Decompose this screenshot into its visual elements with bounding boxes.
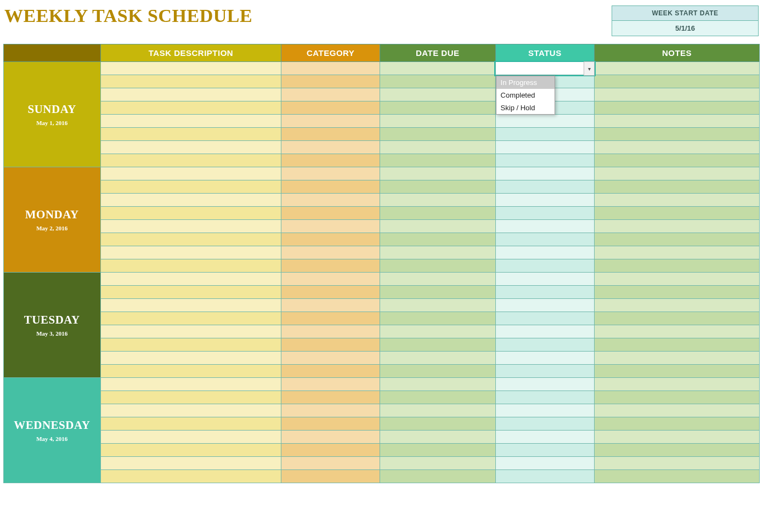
cat-cell[interactable]	[281, 220, 380, 233]
due-cell[interactable]	[380, 207, 495, 220]
task-cell[interactable]	[100, 259, 281, 273]
notes-cell[interactable]	[595, 431, 760, 444]
stat-cell[interactable]	[495, 404, 595, 417]
cat-cell[interactable]	[281, 457, 380, 470]
due-cell[interactable]	[380, 75, 495, 88]
task-cell[interactable]	[100, 286, 281, 299]
cat-cell[interactable]	[281, 470, 380, 483]
cat-cell[interactable]	[281, 273, 380, 286]
cat-cell[interactable]	[281, 207, 380, 220]
stat-cell[interactable]	[495, 352, 595, 365]
due-cell[interactable]	[380, 101, 495, 115]
stat-cell[interactable]	[495, 299, 595, 312]
status-dropdown[interactable]: In ProgressCompletedSkip / Hold	[496, 76, 555, 115]
task-cell[interactable]	[100, 167, 281, 180]
stat-cell[interactable]	[495, 378, 595, 391]
notes-cell[interactable]	[595, 180, 760, 194]
cat-cell[interactable]	[281, 338, 380, 352]
cat-cell[interactable]	[281, 115, 380, 128]
notes-cell[interactable]	[595, 470, 760, 483]
due-cell[interactable]	[380, 312, 495, 325]
task-cell[interactable]	[100, 431, 281, 444]
due-cell[interactable]	[380, 167, 495, 180]
stat-cell[interactable]	[495, 391, 595, 404]
stat-cell[interactable]	[495, 115, 595, 128]
task-cell[interactable]	[100, 141, 281, 154]
due-cell[interactable]	[380, 457, 495, 470]
cat-cell[interactable]	[281, 75, 380, 88]
notes-cell[interactable]	[595, 457, 760, 470]
notes-cell[interactable]	[595, 417, 760, 431]
cat-cell[interactable]	[281, 62, 380, 75]
task-cell[interactable]	[100, 457, 281, 470]
notes-cell[interactable]	[595, 286, 760, 299]
notes-cell[interactable]	[595, 194, 760, 207]
due-cell[interactable]	[380, 299, 495, 312]
notes-cell[interactable]	[595, 259, 760, 273]
stat-cell[interactable]	[495, 167, 595, 180]
cat-cell[interactable]	[281, 128, 380, 141]
due-cell[interactable]	[380, 62, 495, 75]
stat-cell[interactable]	[495, 431, 595, 444]
due-cell[interactable]	[380, 128, 495, 141]
task-cell[interactable]	[100, 273, 281, 286]
notes-cell[interactable]	[595, 299, 760, 312]
due-cell[interactable]	[380, 141, 495, 154]
due-cell[interactable]	[380, 378, 495, 391]
notes-cell[interactable]	[595, 128, 760, 141]
cat-cell[interactable]	[281, 154, 380, 167]
cat-cell[interactable]	[281, 194, 380, 207]
due-cell[interactable]	[380, 220, 495, 233]
due-cell[interactable]	[380, 273, 495, 286]
stat-cell[interactable]	[495, 338, 595, 352]
task-cell[interactable]	[100, 378, 281, 391]
notes-cell[interactable]	[595, 220, 760, 233]
cat-cell[interactable]	[281, 431, 380, 444]
task-cell[interactable]	[100, 180, 281, 194]
task-cell[interactable]	[100, 62, 281, 75]
due-cell[interactable]	[380, 246, 495, 259]
status-option[interactable]: Skip / Hold	[496, 101, 555, 114]
due-cell[interactable]	[380, 88, 495, 101]
notes-cell[interactable]	[595, 141, 760, 154]
stat-cell[interactable]	[495, 246, 595, 259]
due-cell[interactable]	[380, 431, 495, 444]
notes-cell[interactable]	[595, 365, 760, 378]
status-option[interactable]: In Progress	[496, 76, 555, 89]
notes-cell[interactable]	[595, 378, 760, 391]
notes-cell[interactable]	[595, 246, 760, 259]
task-cell[interactable]	[100, 352, 281, 365]
cat-cell[interactable]	[281, 404, 380, 417]
stat-cell[interactable]	[495, 325, 595, 338]
task-cell[interactable]	[100, 154, 281, 167]
cat-cell[interactable]	[281, 325, 380, 338]
week-start-value[interactable]: 5/1/16	[612, 21, 759, 36]
notes-cell[interactable]	[595, 88, 760, 101]
stat-cell[interactable]: ▾In ProgressCompletedSkip / Hold	[495, 62, 595, 75]
task-cell[interactable]	[100, 325, 281, 338]
notes-cell[interactable]	[595, 338, 760, 352]
due-cell[interactable]	[380, 417, 495, 431]
notes-cell[interactable]	[595, 312, 760, 325]
due-cell[interactable]	[380, 325, 495, 338]
task-cell[interactable]	[100, 470, 281, 483]
cat-cell[interactable]	[281, 444, 380, 457]
due-cell[interactable]	[380, 365, 495, 378]
cat-cell[interactable]	[281, 365, 380, 378]
notes-cell[interactable]	[595, 404, 760, 417]
cat-cell[interactable]	[281, 88, 380, 101]
notes-cell[interactable]	[595, 444, 760, 457]
stat-cell[interactable]	[495, 417, 595, 431]
notes-cell[interactable]	[595, 75, 760, 88]
due-cell[interactable]	[380, 154, 495, 167]
stat-cell[interactable]	[495, 470, 595, 483]
due-cell[interactable]	[380, 286, 495, 299]
stat-cell[interactable]	[495, 312, 595, 325]
cat-cell[interactable]	[281, 167, 380, 180]
stat-cell[interactable]	[495, 180, 595, 194]
notes-cell[interactable]	[595, 101, 760, 115]
task-cell[interactable]	[100, 194, 281, 207]
cat-cell[interactable]	[281, 417, 380, 431]
task-cell[interactable]	[100, 404, 281, 417]
task-cell[interactable]	[100, 417, 281, 431]
